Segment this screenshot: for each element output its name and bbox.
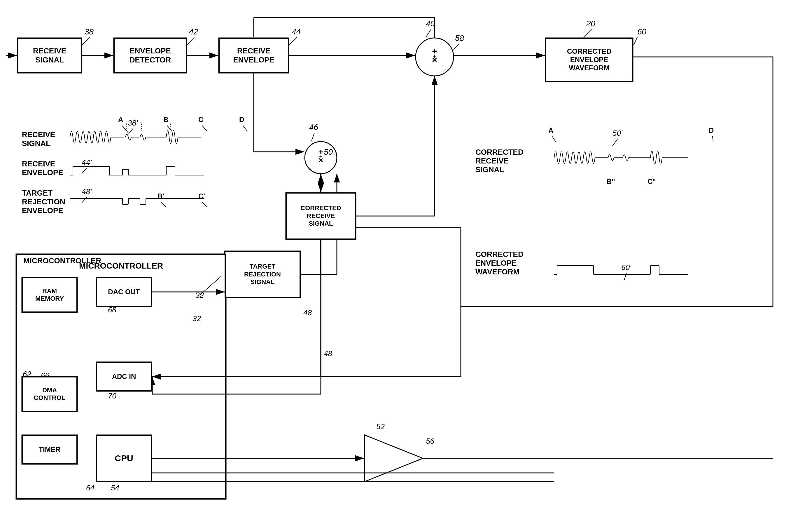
svg-text:C: C [198, 116, 203, 124]
svg-line-33 [453, 44, 459, 50]
svg-text:38: 38 [85, 27, 94, 36]
svg-line-125 [202, 202, 207, 207]
svg-text:C": C" [648, 178, 656, 185]
svg-text:B: B [163, 116, 168, 124]
svg-text:SIGNAL: SIGNAL [475, 165, 504, 174]
svg-text:20: 20 [586, 19, 596, 28]
target-rejection-signal-block: TARGET REJECTION SIGNAL [224, 251, 301, 298]
svg-line-115 [122, 126, 128, 133]
svg-line-165 [624, 273, 626, 280]
svg-text:ENVELOPE: ENVELOPE [22, 168, 63, 177]
svg-line-163 [612, 139, 618, 146]
svg-text:+: + [319, 154, 323, 160]
ram-memory-block: RAM MEMORY [22, 277, 77, 312]
svg-line-27 [187, 37, 194, 45]
svg-text:44': 44' [82, 158, 92, 167]
svg-text:+: + [433, 53, 437, 60]
svg-text:48: 48 [303, 308, 312, 317]
svg-text:REJECTION: REJECTION [22, 197, 65, 206]
svg-text:38': 38' [128, 118, 138, 127]
svg-line-46 [311, 133, 315, 141]
svg-text:56: 56 [426, 437, 434, 446]
svg-text:SIGNAL: SIGNAL [22, 139, 50, 148]
svg-text:CORRECTED: CORRECTED [475, 250, 524, 258]
svg-line-109 [128, 128, 133, 134]
svg-text:TARGET: TARGET [22, 188, 53, 197]
svg-line-167 [552, 136, 556, 142]
svg-line-29 [289, 37, 297, 45]
svg-line-35 [583, 29, 592, 37]
svg-text:ENVELOPE: ENVELOPE [475, 258, 517, 267]
svg-text:52: 52 [376, 422, 385, 431]
svg-line-123 [161, 202, 166, 207]
svg-line-31 [426, 29, 431, 37]
svg-text:60': 60' [621, 263, 632, 272]
corrected-receive-signal-block: CORRECTED RECEIVE SIGNAL [286, 193, 356, 239]
svg-line-111 [82, 168, 87, 174]
svg-text:ENVELOPE: ENVELOPE [22, 206, 63, 215]
svg-text:48: 48 [324, 349, 332, 358]
svg-line-113 [82, 197, 87, 203]
svg-line-25 [82, 37, 90, 45]
svg-text:44: 44 [292, 27, 301, 36]
svg-text:RECEIVE: RECEIVE [22, 130, 55, 139]
corrected-envelope-waveform-block: CORRECTED ENVELOPE WAVEFORM [546, 38, 633, 82]
svg-text:A: A [548, 126, 553, 134]
svg-marker-95 [365, 435, 423, 482]
dac-out-block: DAC OUT [96, 277, 152, 307]
cpu-block: CPU [96, 435, 152, 482]
svg-text:42: 42 [189, 27, 198, 36]
svg-text:D: D [709, 126, 714, 134]
svg-text:50: 50 [324, 148, 333, 156]
svg-text:50': 50' [612, 129, 623, 138]
dma-control-block: DMA CONTROL [22, 377, 77, 411]
svg-text:46: 46 [309, 123, 319, 132]
svg-text:D: D [239, 116, 244, 124]
receive-envelope-block: RECEIVE ENVELOPE [219, 38, 289, 73]
receive-signal-block: RECEIVE SIGNAL [17, 38, 82, 73]
envelope-detector-block: ENVELOPE DETECTOR [114, 38, 187, 73]
svg-text:CORRECTED: CORRECTED [475, 148, 524, 156]
svg-text:60: 60 [637, 27, 647, 36]
svg-text:48': 48' [82, 187, 92, 196]
svg-text:RECEIVE: RECEIVE [22, 159, 55, 168]
svg-text:WAVEFORM: WAVEFORM [475, 267, 520, 276]
svg-text:58: 58 [455, 33, 464, 43]
svg-text:A: A [118, 116, 123, 124]
svg-line-119 [202, 126, 207, 131]
svg-text:40: 40 [426, 19, 435, 28]
svg-text:RECEIVE: RECEIVE [475, 156, 509, 165]
svg-line-169 [712, 136, 713, 142]
svg-line-37 [634, 37, 637, 45]
adc-in-block: ADC IN [96, 362, 152, 391]
microcontroller-label: MICROCONTROLLER [23, 256, 101, 265]
svg-line-121 [243, 126, 247, 131]
svg-text:B": B" [607, 178, 615, 185]
timer-block: TIMER [22, 435, 77, 464]
